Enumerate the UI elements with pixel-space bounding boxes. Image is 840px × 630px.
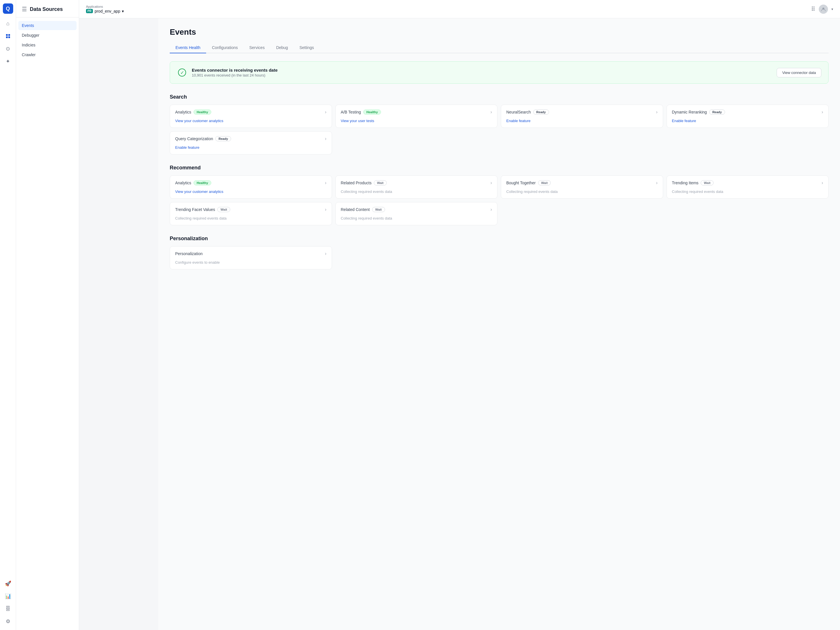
avatar-dropdown-icon[interactable]: ▾: [831, 7, 833, 11]
recommend-trendfacet-badge: Wait: [217, 207, 230, 212]
search-dynamicreranking-card[interactable]: Dynamic Reranking Ready › Enable feature: [666, 104, 829, 128]
check-icon: ✓: [178, 68, 186, 77]
grid-icon[interactable]: ⠿: [811, 6, 815, 13]
tab-debug[interactable]: Debug: [270, 43, 294, 53]
recommend-boughttogether-desc: Collecting required events data: [506, 189, 658, 194]
search-neuralsearch-card[interactable]: NeuralSearch Ready › Enable feature: [501, 104, 663, 128]
search-analytics-link[interactable]: View your customer analytics: [175, 118, 327, 123]
search-querycategorization-card-header: Query Categorization Ready ›: [175, 136, 327, 141]
tab-settings[interactable]: Settings: [294, 43, 320, 53]
personalization-cards: Personalization › Configure events to en…: [170, 246, 829, 269]
app-selector[interactable]: Applications PR prod_env_app ▾: [86, 5, 124, 13]
recommend-analytics-name: Analytics: [175, 181, 191, 185]
search-abtesting-link[interactable]: View your user tests: [341, 118, 492, 123]
svg-rect-3: [8, 36, 10, 38]
settings-icon[interactable]: ⚙: [3, 616, 13, 627]
top-bar-actions: ⠿ ▾: [811, 5, 833, 14]
search-querycategorization-badge: Ready: [215, 136, 231, 141]
view-connector-button[interactable]: View connector data: [777, 68, 821, 77]
sidebar-item-indicies[interactable]: Indicies: [18, 40, 77, 50]
bulb-icon[interactable]: ✦: [3, 56, 13, 66]
alert-icon: ✓: [177, 67, 187, 78]
search-neuralsearch-link[interactable]: Enable feature: [506, 118, 658, 123]
app-name-row[interactable]: PR prod_env_app ▾: [86, 9, 124, 13]
search-dynamicreranking-link[interactable]: Enable feature: [672, 118, 823, 123]
personalization-card-header: Personalization ›: [175, 251, 327, 256]
tab-configurations[interactable]: Configurations: [206, 43, 243, 53]
personalization-section: Personalization Personalization › Config…: [170, 235, 829, 269]
avatar[interactable]: [819, 5, 828, 14]
recommend-boughttogether-name: Bought Together: [506, 181, 536, 185]
recommend-relatedcontent-card-header: Related Content Wait ›: [341, 207, 492, 212]
main-content: Events Events Health Configurations Serv…: [158, 18, 840, 630]
tab-services[interactable]: Services: [243, 43, 270, 53]
recommend-relatedproducts-desc: Collecting required events data: [341, 189, 492, 194]
recommend-relatedproducts-name: Related Products: [341, 181, 371, 185]
sidebar-nav: Events Debugger Indicies Crawler: [16, 17, 79, 63]
recommend-trenditems-desc: Collecting required events data: [672, 189, 823, 194]
recommend-trendfacet-card[interactable]: Trending Facet Values Wait › Collecting …: [170, 202, 332, 225]
app-name: prod_env_app: [95, 9, 120, 13]
search-abtesting-card[interactable]: A/B Testing Healthy › View your user tes…: [335, 104, 498, 128]
datasources-icon[interactable]: [3, 31, 13, 41]
recommend-analytics-badge: Healthy: [194, 180, 211, 185]
recommend-trenditems-card[interactable]: Trending Items Wait › Collecting require…: [666, 175, 829, 199]
recommend-boughttogether-card[interactable]: Bought Together Wait › Collecting requir…: [501, 175, 663, 199]
search-dynamicreranking-badge: Ready: [709, 109, 725, 115]
top-bar: Applications PR prod_env_app ▾ ⠿ ▾: [79, 0, 840, 18]
personalization-card[interactable]: Personalization › Configure events to en…: [170, 246, 332, 269]
rocket-icon[interactable]: 🚀: [3, 578, 13, 589]
tabs: Events Health Configurations Services De…: [170, 43, 829, 53]
svg-rect-2: [6, 36, 8, 38]
tab-events-health[interactable]: Events Health: [170, 43, 206, 53]
applications-label: Applications: [86, 5, 124, 8]
recommend-relatedcontent-name: Related Content: [341, 207, 370, 212]
sidebar-item-crawler[interactable]: Crawler: [18, 50, 77, 59]
page-title: Events: [170, 27, 829, 37]
recommend-boughttogether-badge: Wait: [538, 180, 551, 185]
search-querycategorization-name: Query Categorization: [175, 136, 213, 141]
recommend-relatedproducts-badge: Wait: [374, 180, 387, 185]
sidebar-item-debugger[interactable]: Debugger: [18, 31, 77, 40]
recommend-boughttogether-chevron: ›: [656, 180, 657, 185]
recommend-trenditems-chevron: ›: [822, 180, 823, 185]
search-querycategorization-card[interactable]: Query Categorization Ready › Enable feat…: [170, 131, 332, 155]
search-abtesting-badge: Healthy: [363, 109, 381, 115]
recommend-relatedcontent-card[interactable]: Related Content Wait › Collecting requir…: [335, 202, 498, 225]
search-analytics-card[interactable]: Analytics Healthy › View your customer a…: [170, 104, 332, 128]
search-icon[interactable]: ⊙: [3, 44, 13, 54]
app-logo[interactable]: Q: [3, 3, 13, 14]
alert-banner: ✓ Events connector is receiving events d…: [170, 62, 829, 84]
search-analytics-badge: Healthy: [194, 109, 211, 115]
sidebar-header: ☰ Data Sources: [16, 0, 79, 17]
search-abtesting-name: A/B Testing: [341, 110, 361, 114]
recommend-cards-row1: Analytics Healthy › View your customer a…: [170, 175, 829, 199]
recommend-relatedproducts-card[interactable]: Related Products Wait › Collecting requi…: [335, 175, 498, 199]
recommend-analytics-link[interactable]: View your customer analytics: [175, 189, 327, 194]
search-cards-row2: Query Categorization Ready › Enable feat…: [170, 131, 829, 155]
recommend-relatedcontent-desc: Collecting required events data: [341, 216, 492, 220]
database-icon[interactable]: 🗄: [3, 604, 13, 614]
search-analytics-card-header: Analytics Healthy ›: [175, 109, 327, 115]
chart-icon[interactable]: 📊: [3, 591, 13, 602]
search-dynamicreranking-card-header: Dynamic Reranking Ready ›: [672, 109, 823, 115]
alert-text: Events connector is receiving events dat…: [192, 68, 772, 77]
sidebar-item-events[interactable]: Events: [18, 21, 77, 30]
alert-title: Events connector is receiving events dat…: [192, 68, 772, 73]
search-analytics-chevron: ›: [325, 109, 326, 115]
recommend-trenditems-badge: Wait: [701, 180, 714, 185]
search-abtesting-card-header: A/B Testing Healthy ›: [341, 109, 492, 115]
search-abtesting-chevron: ›: [491, 109, 492, 115]
search-dynamicreranking-name: Dynamic Reranking: [672, 110, 707, 114]
recommend-analytics-card[interactable]: Analytics Healthy › View your customer a…: [170, 175, 332, 199]
search-analytics-name: Analytics: [175, 110, 191, 114]
app-dropdown-icon: ▾: [122, 9, 124, 13]
recommend-section: Recommend Analytics Healthy › View your …: [170, 165, 829, 225]
recommend-analytics-chevron: ›: [325, 180, 326, 185]
recommend-trendfacet-chevron: ›: [325, 207, 326, 212]
search-querycategorization-link[interactable]: Enable feature: [175, 145, 327, 150]
recommend-relatedproducts-chevron: ›: [491, 180, 492, 185]
recommend-boughttogether-card-header: Bought Together Wait ›: [506, 180, 658, 185]
search-section-title: Search: [170, 94, 829, 100]
home-icon[interactable]: ⌂: [3, 18, 13, 28]
